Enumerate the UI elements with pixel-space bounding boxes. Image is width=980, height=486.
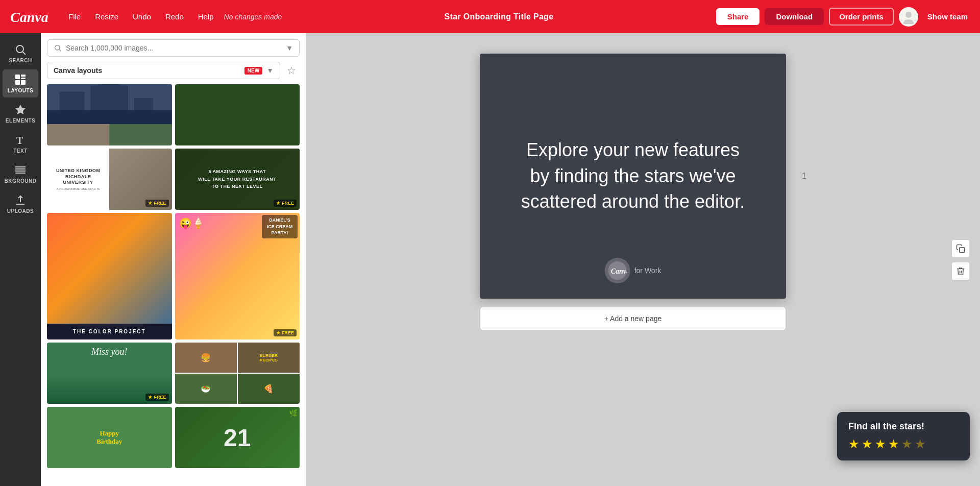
template-thumbnail[interactable]: Happy Birthday [47, 407, 172, 468]
download-button[interactable]: Download [765, 8, 824, 25]
canva-layouts-label: Canva layouts [54, 66, 240, 75]
order-prints-button[interactable]: Order prints [829, 8, 894, 26]
star-5: ★ [901, 437, 913, 451]
svg-rect-9 [21, 80, 26, 85]
undo-menu[interactable]: Undo [127, 9, 157, 24]
star-favorite-button[interactable]: ☆ [283, 62, 300, 79]
template-thumbnail[interactable] [175, 84, 300, 145]
svg-marker-10 [15, 105, 26, 114]
toast-popup: Find all the stars! ★ ★ ★ ★ ★ ★ [837, 412, 970, 460]
svg-text:T: T [16, 135, 23, 146]
thumbnails-grid: UNITED KINGDOMRICHDALEUNIVERSITY A PROGR… [47, 84, 300, 468]
sidebar-item-uploads[interactable]: UPLOADS [3, 190, 38, 218]
search-row[interactable]: ▼ [47, 39, 300, 57]
svg-rect-25 [47, 110, 172, 124]
document-title: Star Onboarding Title Page [286, 12, 712, 21]
svg-point-1 [905, 12, 912, 18]
star-2: ★ [862, 437, 873, 451]
canvas-main-text: Explore your new features by finding the… [500, 117, 766, 235]
avatar[interactable] [899, 7, 918, 27]
canvas-watermark: Canva for Work [605, 258, 662, 283]
right-tools [951, 239, 970, 280]
redo-menu[interactable]: Redo [159, 9, 190, 24]
template-thumbnail[interactable]: THE COLOR PROJECT [47, 213, 172, 339]
svg-line-4 [23, 52, 26, 55]
search-icon [54, 44, 62, 52]
template-thumbnail[interactable]: 😜🍦 DANIEL'SICE CREAMPARTY! ★ FREE [175, 213, 300, 339]
template-thumbnail[interactable]: 21 🌿 [175, 407, 300, 468]
canvas-area: Explore your new features by finding the… [306, 33, 980, 486]
canvas-page[interactable]: Explore your new features by finding the… [480, 54, 786, 299]
resize-menu[interactable]: Resize [89, 9, 125, 24]
canvas-page-wrapper: Explore your new features by finding the… [480, 54, 786, 299]
star-3: ★ [875, 437, 886, 451]
svg-rect-28 [960, 247, 965, 252]
sidebar-item-text[interactable]: T TEXT [3, 130, 38, 158]
template-thumbnail[interactable]: UNITED KINGDOMRICHDALEUNIVERSITY A PROGR… [47, 149, 172, 210]
top-nav: Canva File Resize Undo Redo Help No chan… [0, 0, 980, 33]
copy-tool-button[interactable] [951, 239, 970, 258]
sidebar-item-search[interactable]: SEARCH [3, 39, 38, 67]
main-layout: SEARCH LAYOUTS ELEMENTS T TEXT BKGROUND … [0, 33, 980, 486]
free-badge: ★ FREE [274, 329, 297, 336]
free-badge: ★ FREE [145, 394, 168, 401]
free-badge: ★ FREE [145, 200, 168, 207]
template-thumbnail[interactable]: 5 AMAZING WAYS THATWILL TAKE YOUR RESTAU… [175, 149, 300, 210]
no-changes-status: No changes made [224, 13, 282, 21]
template-thumbnail[interactable]: Miss you! ★ FREE [47, 343, 172, 404]
search-input[interactable] [66, 44, 282, 52]
svg-point-18 [55, 45, 60, 50]
template-thumbnail[interactable] [47, 84, 172, 145]
sidebar-elements-label: ELEMENTS [6, 118, 35, 124]
help-menu[interactable]: Help [192, 9, 220, 24]
nav-actions: Share Download Order prints Show team [716, 7, 972, 27]
svg-rect-8 [15, 80, 20, 85]
add-page-button[interactable]: + Add a new page [480, 307, 786, 330]
svg-rect-5 [15, 75, 20, 79]
star-1: ★ [848, 437, 860, 451]
sidebar-item-layouts[interactable]: LAYOUTS [3, 69, 38, 98]
sidebar-item-bkground[interactable]: BKGROUND [3, 160, 38, 188]
svg-rect-6 [21, 75, 26, 77]
sidebar-layouts-label: LAYOUTS [8, 88, 33, 93]
chevron-down-icon[interactable]: ▼ [286, 44, 293, 52]
layouts-dropdown-icon: ▼ [266, 66, 274, 75]
nav-menu: File Resize Undo Redo Help No changes ma… [62, 9, 282, 24]
sidebar-item-elements[interactable]: ELEMENTS [3, 100, 38, 128]
toast-title: Find all the stars! [848, 421, 959, 432]
star-6: ★ [915, 437, 926, 451]
svg-text:Canva: Canva [611, 268, 627, 275]
toast-stars: ★ ★ ★ ★ ★ ★ [848, 437, 959, 451]
free-badge: ★ FREE [274, 200, 297, 207]
sidebar-uploads-label: UPLOADS [7, 208, 34, 214]
new-badge: NEW [244, 67, 262, 75]
canva-work-logo: Canva [605, 258, 630, 283]
sidebar-text-label: TEXT [13, 148, 28, 154]
sidebar-search-label: SEARCH [9, 58, 32, 63]
delete-tool-button[interactable] [951, 262, 970, 280]
svg-text:Canva: Canva [10, 9, 48, 25]
svg-point-2 [903, 19, 914, 24]
page-number: 1 [802, 172, 806, 181]
share-button[interactable]: Share [716, 8, 760, 25]
sidebar-bkground-label: BKGROUND [5, 178, 37, 184]
star-4: ★ [888, 437, 899, 451]
show-team-button[interactable]: Show team [923, 9, 972, 24]
template-thumbnail[interactable]: 🍔 BURGERRECIPES 🥗 🍕 [175, 343, 300, 404]
svg-point-3 [16, 45, 23, 53]
svg-line-19 [59, 50, 61, 52]
svg-rect-7 [21, 78, 26, 79]
for-work-text: for Work [634, 266, 662, 275]
file-menu[interactable]: File [62, 9, 87, 24]
icon-sidebar: SEARCH LAYOUTS ELEMENTS T TEXT BKGROUND … [0, 33, 41, 486]
canva-logo[interactable]: Canva [8, 7, 54, 27]
panel: ▼ Canva layouts NEW ▼ ☆ [41, 33, 306, 486]
canva-layouts-row[interactable]: Canva layouts NEW ▼ [47, 62, 280, 79]
